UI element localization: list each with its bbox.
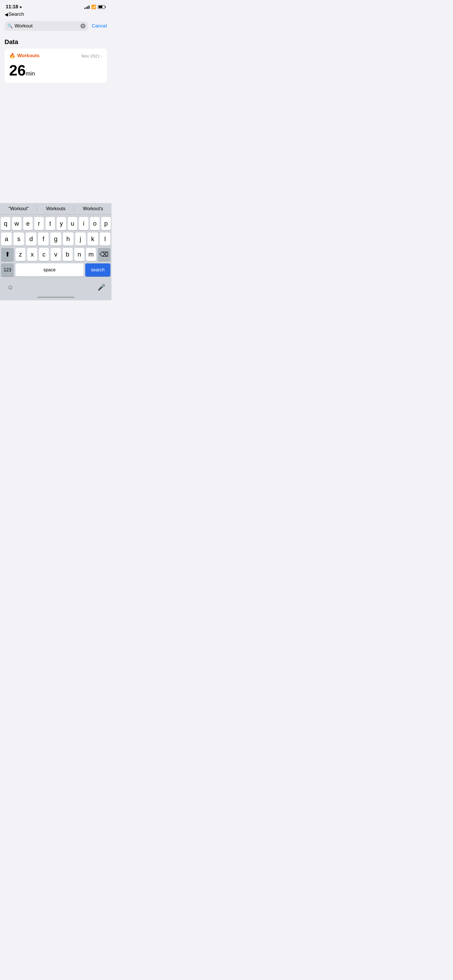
- key-d[interactable]: d: [26, 232, 36, 246]
- back-nav[interactable]: ◀ Search: [0, 11, 111, 19]
- date-row: Nov 2021 ›: [81, 54, 102, 58]
- key-o[interactable]: o: [90, 217, 100, 230]
- key-k[interactable]: k: [87, 232, 98, 246]
- search-key[interactable]: search: [85, 263, 110, 277]
- battery-indicator: [98, 5, 106, 9]
- key-s[interactable]: s: [13, 232, 24, 246]
- status-left: 11:18 ➤: [6, 4, 22, 10]
- key-b[interactable]: b: [63, 248, 73, 261]
- key-f[interactable]: f: [38, 232, 49, 246]
- mic-button[interactable]: 🎤: [95, 282, 107, 293]
- back-label: Search: [9, 11, 24, 17]
- section-title: Data: [5, 38, 107, 46]
- home-bar: [37, 296, 74, 298]
- key-n[interactable]: n: [74, 248, 84, 261]
- key-r[interactable]: r: [34, 217, 44, 230]
- key-row-1: q w e r t y u i o p: [1, 217, 110, 230]
- emoji-button[interactable]: ☺: [5, 282, 16, 293]
- autocorrect-option-3[interactable]: Workout's: [74, 203, 111, 215]
- key-e[interactable]: e: [23, 217, 33, 230]
- key-l[interactable]: l: [100, 232, 110, 246]
- status-bar: 11:18 ➤ 📶: [0, 0, 111, 11]
- key-w[interactable]: w: [12, 217, 21, 230]
- card-header: 🔥 Workouts Nov 2021 ›: [5, 49, 107, 62]
- search-bar-row: 🔍 Cancel: [0, 19, 111, 34]
- key-y[interactable]: y: [57, 217, 66, 230]
- numbers-key[interactable]: 123: [1, 263, 14, 277]
- location-icon: ➤: [19, 5, 22, 9]
- keyboard-bottom: ☺ 🎤: [0, 280, 111, 295]
- search-input-container[interactable]: 🔍: [5, 21, 88, 31]
- clear-button[interactable]: [80, 24, 86, 29]
- space-key[interactable]: space: [16, 263, 84, 277]
- card-value-row: 26min: [5, 62, 107, 83]
- delete-key[interactable]: ⌫: [98, 248, 110, 261]
- value-unit: min: [26, 70, 35, 76]
- wifi-icon: 📶: [91, 5, 96, 9]
- key-row-3: ⬆ z x c v b n m ⌫: [1, 248, 110, 261]
- back-arrow-icon: ◀: [5, 12, 8, 17]
- autocorrect-option-2[interactable]: Workouts: [37, 203, 74, 215]
- card-title-row: 🔥 Workouts: [9, 52, 40, 59]
- value-number: 26: [9, 62, 26, 79]
- keys-area: q w e r t y u i o p a s d f g h j k l ⬆ …: [0, 215, 111, 280]
- date-label: Nov 2021: [81, 54, 100, 58]
- workouts-card[interactable]: 🔥 Workouts Nov 2021 › 26min: [5, 49, 107, 83]
- autocorrect-option-1[interactable]: "Workout": [0, 203, 37, 215]
- main-content: Data 🔥 Workouts Nov 2021 › 26min: [0, 34, 111, 83]
- key-row-2: a s d f g h j k l: [1, 232, 110, 246]
- key-i[interactable]: i: [79, 217, 88, 230]
- empty-area: [0, 83, 111, 203]
- keyboard: "Workout" Workouts Workout's q w e r t y…: [0, 203, 111, 300]
- fire-icon: 🔥: [9, 52, 16, 59]
- key-row-4: 123 space search: [1, 263, 110, 277]
- key-x[interactable]: x: [27, 248, 37, 261]
- key-p[interactable]: p: [101, 217, 111, 230]
- key-h[interactable]: h: [63, 232, 73, 246]
- autocorrect-bar: "Workout" Workouts Workout's: [0, 203, 111, 215]
- search-icon: 🔍: [8, 24, 13, 29]
- key-q[interactable]: q: [1, 217, 10, 230]
- key-z[interactable]: z: [16, 248, 25, 261]
- chevron-right-icon: ›: [101, 54, 102, 58]
- key-a[interactable]: a: [1, 232, 12, 246]
- cancel-button[interactable]: Cancel: [92, 23, 107, 29]
- key-m[interactable]: m: [86, 248, 96, 261]
- search-input[interactable]: [14, 23, 79, 29]
- key-v[interactable]: v: [51, 248, 60, 261]
- key-t[interactable]: t: [46, 217, 55, 230]
- key-c[interactable]: c: [39, 248, 49, 261]
- signal-bars: [84, 5, 89, 9]
- workouts-label: Workouts: [17, 53, 40, 59]
- home-indicator: [0, 295, 111, 300]
- status-time: 11:18: [6, 4, 18, 10]
- shift-key[interactable]: ⬆: [1, 248, 14, 261]
- key-u[interactable]: u: [68, 217, 77, 230]
- status-right: 📶: [84, 5, 106, 9]
- key-g[interactable]: g: [50, 232, 61, 246]
- key-j[interactable]: j: [75, 232, 86, 246]
